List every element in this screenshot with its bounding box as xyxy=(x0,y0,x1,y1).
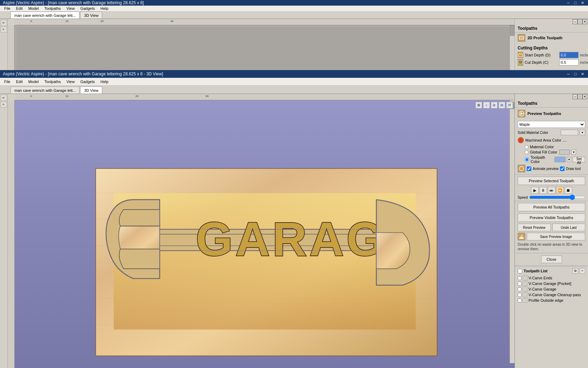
top-minimize-btn[interactable]: ─ xyxy=(566,0,571,6)
top-panel-maximize-btn[interactable]: □ xyxy=(578,19,582,24)
3d-scrollbar-v[interactable] xyxy=(510,100,514,363)
cut-depth-row: Cut Depth (C) inches xyxy=(518,59,585,66)
global-fill-radio-row: Global Fill Color ▼ xyxy=(515,149,588,155)
toolpath-type-icon-3 xyxy=(523,287,527,292)
toolpath-list-add-btn[interactable]: + xyxy=(580,268,585,274)
preview-visible-btn[interactable]: Preview Visible Toolpaths xyxy=(518,213,585,222)
start-depth-input[interactable] xyxy=(559,52,579,58)
top-panel-close-btn[interactable]: ✕ xyxy=(582,19,587,24)
top-close-btn[interactable]: ✕ xyxy=(580,0,585,6)
play-btn[interactable]: ▶ xyxy=(531,187,539,194)
solid-material-dropdown-btn[interactable]: ▼ xyxy=(580,130,585,135)
svg-rect-4 xyxy=(518,60,523,64)
toolpath-name-1: V-Carve Ends xyxy=(528,276,552,280)
toolpath-icon xyxy=(518,165,525,172)
menu-file[interactable]: File xyxy=(1,6,13,11)
menu2-model[interactable]: Model xyxy=(26,79,42,84)
cut-depth-icon xyxy=(518,59,523,66)
pause-btn[interactable]: ⏸ xyxy=(539,187,547,194)
tab-3d-view-top[interactable]: 3D View xyxy=(80,12,102,19)
menu2-file[interactable]: File xyxy=(1,79,13,84)
stop-btn[interactable]: ⏹ xyxy=(565,187,572,194)
toolpath-list-settings-btn[interactable]: ⚙ xyxy=(573,268,578,274)
bottom-panel-close-btn[interactable]: ✕ xyxy=(582,94,587,99)
menu2-help[interactable]: Help xyxy=(98,79,111,84)
machined-area-label: Machined Area Color .... xyxy=(525,138,567,142)
menu2-edit[interactable]: Edit xyxy=(13,79,26,84)
top-scrollbar-thumb[interactable] xyxy=(510,25,514,36)
cut-depth-label: Cut Depth (C) xyxy=(525,60,558,64)
toolpath-check-3[interactable] xyxy=(518,287,522,291)
toolpath-color-radio-label: Toolpath Color xyxy=(531,155,553,164)
fast-forward-btn[interactable]: ⏩ xyxy=(556,187,564,194)
animate-preview-checkbox[interactable] xyxy=(527,166,531,171)
top-panel-minimize-btn[interactable]: ─ xyxy=(573,19,578,24)
global-fill-swatch[interactable] xyxy=(559,150,570,155)
divider-1 xyxy=(515,175,588,175)
global-fill-dropdown-btn[interactable]: ▼ xyxy=(571,150,576,155)
material-dropdown[interactable]: Maple xyxy=(518,121,585,128)
preview-all-btn[interactable]: Preview All Toolpaths xyxy=(518,203,585,211)
global-fill-radio[interactable] xyxy=(525,150,528,154)
menu-edit[interactable]: Edit xyxy=(13,6,26,11)
toolpath-check-1[interactable] xyxy=(518,276,522,280)
bottom-window-controls: ─ □ ✕ xyxy=(566,71,585,77)
3d-view-icon-5[interactable]: iY xyxy=(506,102,513,109)
select-tool-btn-bottom[interactable]: ↖ xyxy=(1,101,7,108)
cut-depth-input[interactable] xyxy=(559,59,579,66)
close-btn[interactable]: Close xyxy=(541,255,562,263)
preview-selected-btn[interactable]: Preview Selected Toolpath xyxy=(518,177,585,185)
menu2-gadgets[interactable]: Gadgets xyxy=(77,79,98,84)
bottom-panel-minimize-btn[interactable]: ─ xyxy=(573,94,578,99)
menu-toolpaths[interactable]: Toolpaths xyxy=(42,6,64,11)
bottom-close-btn[interactable]: ✕ xyxy=(580,71,585,77)
bottom-panel-restore-btn[interactable]: □ xyxy=(578,94,582,99)
set-all-btn[interactable]: Set All xyxy=(573,157,585,162)
toolpath-check-4[interactable] xyxy=(518,293,522,297)
draw-tool-btn-bottom[interactable]: ✏ xyxy=(1,95,7,101)
select-tool-btn-top[interactable]: ↖ xyxy=(1,26,7,33)
top-tab-bar: man cave wrench with Garage lett... 3D V… xyxy=(0,12,588,19)
start-depth-row: Start Depth (D) inches xyxy=(518,52,585,58)
3d-canvas[interactable]: ⊞ ↕ iz iX iY xyxy=(15,100,514,368)
speed-slider[interactable] xyxy=(529,195,585,199)
preview-toolpaths-title: Preview Toolpaths xyxy=(527,111,561,116)
svg-rect-2 xyxy=(518,54,523,57)
toolpath-name-2: V-Carve Garage [Pocket] xyxy=(528,281,571,286)
tab2-3d-view[interactable]: 3D View xyxy=(80,87,102,94)
bottom-maximize-btn[interactable]: □ xyxy=(573,71,578,77)
toolpath-color-swatch[interactable] xyxy=(554,157,566,162)
toolpath-list-section: Toolpath List ⚙ + V-Carve Ends V-Carve G… xyxy=(515,266,588,368)
draw-tool-btn-top[interactable]: ✏ xyxy=(1,20,7,26)
bottom-window-title: Aspire (Vectric Aspire) - [man cave wren… xyxy=(3,71,163,76)
menu2-view[interactable]: View xyxy=(64,79,78,84)
menu-help[interactable]: Help xyxy=(98,6,111,11)
toolpath-check-2[interactable] xyxy=(518,282,522,286)
start-depth-icon xyxy=(518,52,523,58)
toolpath-item-1: V-Carve Ends xyxy=(518,275,585,281)
3d-view-icon-3[interactable]: iz xyxy=(491,102,498,109)
machined-area-row: Machined Area Color .... xyxy=(515,136,588,144)
skip-end-btn[interactable]: ⏭ xyxy=(548,187,555,194)
top-maximize-btn[interactable]: □ xyxy=(573,0,578,6)
3d-view-icon-1[interactable]: ⊞ xyxy=(475,102,482,109)
save-preview-btn[interactable]: Save Preview Image xyxy=(527,233,585,240)
menu-view[interactable]: View xyxy=(64,6,78,11)
tab2-2d-view[interactable]: man cave wrench with Garage lett... xyxy=(10,87,79,94)
toolpath-color-radio[interactable] xyxy=(525,157,529,162)
toolpath-color-dropdown-btn[interactable]: ▼ xyxy=(567,157,572,162)
toolpath-list-select-all[interactable] xyxy=(518,269,522,273)
menu-gadgets[interactable]: Gadgets xyxy=(77,6,98,11)
tab-2d-view[interactable]: man cave wrench with Garage lett... xyxy=(10,12,79,19)
reset-preview-btn[interactable]: Reset Preview xyxy=(518,224,551,231)
menu2-toolpaths[interactable]: Toolpaths xyxy=(42,79,64,84)
3d-view-icon-4[interactable]: iX xyxy=(498,102,505,109)
material-color-radio[interactable] xyxy=(525,145,528,149)
draw-tool-checkbox[interactable] xyxy=(560,166,565,171)
bottom-minimize-btn[interactable]: ─ xyxy=(566,71,571,77)
menu-model[interactable]: Model xyxy=(26,6,42,11)
undo-last-btn[interactable]: Undo Last xyxy=(552,224,586,231)
3d-view-icon-2[interactable]: ↕ xyxy=(483,102,490,109)
toolpath-check-5[interactable] xyxy=(518,299,522,302)
solid-material-swatch[interactable] xyxy=(561,130,578,135)
